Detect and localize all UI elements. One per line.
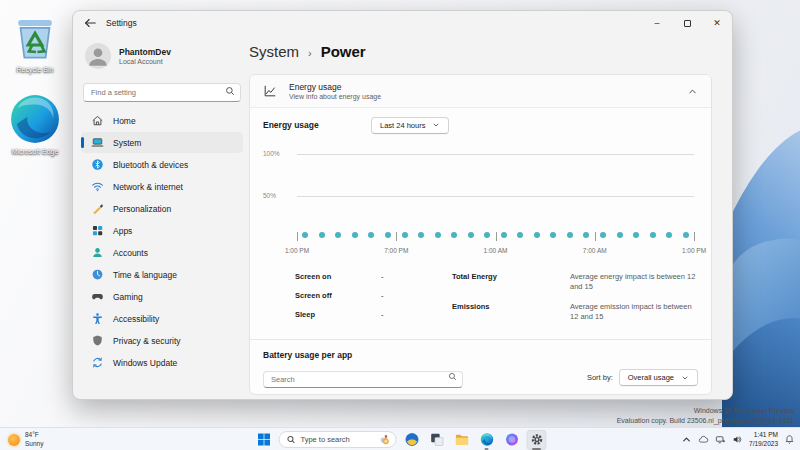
chevron-up-icon[interactable] [687, 86, 698, 97]
taskbar-file-explorer-button[interactable] [452, 430, 472, 450]
selection-accent [81, 159, 84, 170]
network-icon[interactable] [715, 434, 726, 445]
sidebar-item-windows-update[interactable]: Windows Update [81, 352, 243, 373]
sidebar-item-gaming[interactable]: Gaming [81, 286, 243, 307]
taskbar-search-placeholder: Type to search [301, 435, 374, 444]
chevron-up-icon[interactable] [681, 434, 692, 445]
stat-value: - [381, 291, 384, 300]
data-point [600, 232, 606, 238]
x-axis-label: 7:00 AM [583, 247, 607, 254]
selection-accent [81, 137, 84, 148]
titlebar: Settings – ✕ [73, 11, 732, 35]
desktop-icon-microsoft-edge[interactable]: Microsoft Edge [6, 90, 64, 156]
page-title: Power [321, 43, 366, 60]
pinned-app-icon [404, 432, 419, 447]
energy-card-header[interactable]: Energy usage View info about energy usag… [250, 75, 711, 108]
find-setting-box [83, 81, 241, 102]
accounts-icon [91, 246, 104, 259]
desktop-icon-label: Microsoft Edge [6, 148, 64, 156]
maximize-button[interactable] [672, 11, 702, 35]
running-indicator [532, 448, 541, 450]
taskbar-settings-button[interactable] [527, 430, 547, 450]
app-search-box [263, 368, 463, 388]
recycle-bin-icon [6, 8, 64, 66]
sort-value: Overall usage [628, 373, 674, 382]
data-point [451, 232, 457, 238]
tray-date: 7/19/2023 [749, 440, 778, 448]
y-axis-label: 100% [263, 150, 293, 157]
volume-icon[interactable] [732, 434, 743, 445]
weather-widget[interactable]: 84°F Sunny [8, 428, 43, 450]
chevron-down-icon [681, 374, 689, 382]
stat-value: - [381, 272, 384, 281]
stat-value: Average energy impact is between 12 and … [570, 272, 698, 292]
sidebar-item-personalization[interactable]: Personalization [81, 198, 243, 219]
data-point [385, 232, 391, 238]
taskbar-pinned-app-button[interactable] [402, 430, 422, 450]
breadcrumb-parent[interactable]: System [249, 43, 299, 60]
taskbar: 84°F Sunny Type to search [0, 427, 800, 450]
data-point [534, 232, 540, 238]
find-setting-input[interactable] [83, 83, 241, 102]
sidebar-item-accessibility[interactable]: Accessibility [81, 308, 243, 329]
time-language-icon [91, 268, 104, 281]
app-search-input[interactable] [263, 371, 463, 388]
taskbar-copilot-button[interactable] [502, 430, 522, 450]
sidebar-item-privacy-security[interactable]: Privacy & security [81, 330, 243, 351]
sidebar-item-system[interactable]: System [81, 132, 243, 153]
content-area: System › Power Energy usage View info ab… [249, 35, 719, 399]
time-range-value: Last 24 hours [380, 121, 425, 130]
accessibility-icon [91, 312, 104, 325]
sort-dropdown[interactable]: Overall usage [619, 369, 698, 386]
selection-accent [81, 181, 84, 192]
running-indicator [485, 448, 489, 450]
time-range-dropdown[interactable]: Last 24 hours [371, 117, 449, 134]
sidebar-item-label: Gaming [113, 292, 143, 302]
data-point [650, 232, 656, 238]
search-icon [287, 435, 296, 444]
notification-bell-icon[interactable] [784, 434, 795, 445]
x-axis-label: 1:00 AM [484, 247, 508, 254]
battery-section-title: Battery usage per app [263, 350, 698, 360]
energy-stats: Screen on - Screen off - Sleep - Total E… [263, 264, 698, 337]
sidebar-item-network-internet[interactable]: Network & internet [81, 176, 243, 197]
battery-toolbar: Sort by: Overall usage [263, 368, 698, 388]
x-axis-tick [496, 232, 497, 241]
personalization-icon [91, 202, 104, 215]
desktop-icon-recycle-bin[interactable]: Recycle Bin [6, 8, 64, 74]
taskbar-search[interactable]: Type to search [279, 431, 397, 448]
close-button[interactable]: ✕ [702, 11, 732, 35]
stat-row-sleep: Sleep - [295, 310, 452, 319]
sidebar-item-accounts[interactable]: Accounts [81, 242, 243, 263]
clock[interactable]: 1:41 PM 7/19/2023 [749, 431, 778, 448]
start-button[interactable] [254, 430, 274, 450]
data-point [335, 232, 341, 238]
selection-accent [81, 115, 84, 126]
back-button[interactable] [83, 16, 97, 30]
sidebar-nav: Home System Bluetooth & devices Network … [81, 110, 243, 373]
sort-controls: Sort by: Overall usage [587, 369, 698, 386]
search-icon [225, 86, 235, 96]
stat-row-screen-off: Screen off - [295, 291, 452, 300]
stats-left-column: Screen on - Screen off - Sleep - [295, 272, 452, 333]
sidebar-item-home[interactable]: Home [81, 110, 243, 131]
taskbar-edge-button[interactable] [477, 430, 497, 450]
sidebar-item-label: Accounts [113, 248, 148, 258]
account-row[interactable]: PhantomDev Local Account [81, 37, 243, 79]
sidebar-item-time-language[interactable]: Time & language [81, 264, 243, 285]
selection-accent [81, 269, 84, 280]
stat-label: Screen off [295, 291, 381, 300]
stat-label: Total Energy [452, 272, 570, 292]
sidebar-item-label: Network & internet [113, 182, 183, 192]
sidebar-item-bluetooth-devices[interactable]: Bluetooth & devices [81, 154, 243, 175]
data-point [617, 232, 623, 238]
breadcrumb-separator: › [308, 47, 312, 59]
onedrive-cloud-icon[interactable] [698, 434, 709, 445]
minimize-button[interactable]: – [642, 11, 672, 35]
watermark-line2: Evaluation copy. Build 23506.ni_prerelea… [617, 416, 794, 426]
stat-row-emissions: Emissions Average emission impact is bet… [452, 302, 698, 322]
taskbar-apps [402, 430, 547, 450]
sidebar-item-apps[interactable]: Apps [81, 220, 243, 241]
taskbar-task-view-button[interactable] [427, 430, 447, 450]
wallpaper-bloom [722, 0, 800, 427]
